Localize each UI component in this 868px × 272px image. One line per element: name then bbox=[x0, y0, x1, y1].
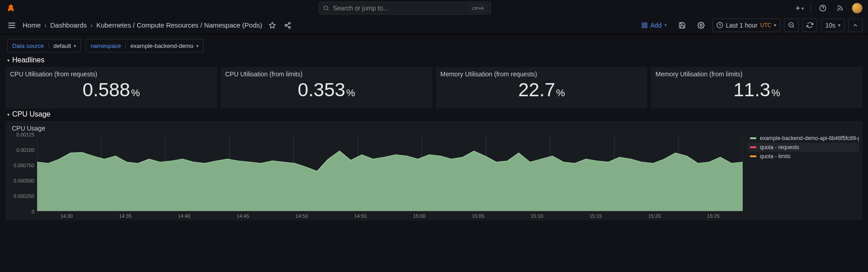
chart-canvas[interactable] bbox=[37, 135, 743, 211]
breadcrumb-home[interactable]: Home bbox=[23, 21, 41, 29]
row-title: CPU Usage bbox=[12, 110, 50, 118]
panel-title: CPU Utilisation (from requests) bbox=[10, 70, 213, 78]
panel-title: CPU Utilisation (from limits) bbox=[225, 70, 428, 78]
stat-value: 11.3% bbox=[655, 80, 858, 99]
panel-title: CPU Usage bbox=[10, 124, 743, 135]
legend-label: example-backend-demo-api-6b48f5fc89-ghnv… bbox=[760, 135, 859, 141]
variable-label: Data source bbox=[8, 42, 48, 49]
headlines-row: CPU Utilisation (from requests) 0.588% C… bbox=[0, 67, 868, 108]
legend-label: quota - requests bbox=[760, 144, 799, 150]
variable-row: Data source default▾ namespace example-b… bbox=[0, 34, 868, 54]
variable-datasource: Data source default▾ bbox=[7, 39, 81, 52]
menu-toggle-button[interactable] bbox=[5, 21, 18, 30]
time-range-picker[interactable]: Last 1 hour UTC ▾ bbox=[712, 19, 781, 32]
favorite-button[interactable] bbox=[267, 20, 278, 31]
svg-rect-17 bbox=[645, 23, 647, 24]
variable-namespace: namespace example-backend-demo▾ bbox=[85, 39, 204, 52]
breadcrumb-bar: Home › Dashboards › Kubernetes / Compute… bbox=[0, 16, 868, 34]
zoom-out-button[interactable] bbox=[784, 19, 799, 32]
chart-legend: example-backend-demo-api-6b48f5fc89-ghnv… bbox=[743, 124, 863, 219]
add-menu-button[interactable]: ▾ bbox=[793, 3, 804, 14]
legend-swatch bbox=[750, 137, 756, 139]
chevron-down-icon: ▾ bbox=[7, 58, 9, 63]
chart-plot-area[interactable]: 00.0002500.0005000.0007500.001000.00125 bbox=[10, 135, 743, 211]
stat-panel[interactable]: CPU Utilisation (from requests) 0.588% bbox=[5, 67, 217, 108]
row-header-headlines[interactable]: ▾ Headlines bbox=[0, 54, 868, 67]
variable-label: namespace bbox=[86, 42, 125, 49]
stat-panel[interactable]: CPU Utilisation (from limits) 0.353% bbox=[221, 67, 432, 108]
svg-line-1 bbox=[327, 9, 329, 11]
variable-value-dropdown[interactable]: example-backend-demo▾ bbox=[125, 42, 203, 49]
svg-line-23 bbox=[793, 26, 794, 28]
top-bar: Search or jump to... ctrl+k ▾ bbox=[0, 0, 868, 16]
search-placeholder: Search or jump to... bbox=[333, 5, 388, 12]
panel-title: Memory Utilisation (from limits) bbox=[655, 70, 858, 78]
svg-point-0 bbox=[324, 6, 327, 9]
legend-label: quota - limits bbox=[760, 153, 791, 159]
dashboard-toolbar: Add ▾ Last 1 hour UTC ▾ 10s ▾ bbox=[637, 19, 863, 32]
legend-item[interactable]: quota - limits bbox=[747, 152, 859, 161]
settings-button[interactable] bbox=[693, 19, 709, 32]
row-title: Headlines bbox=[12, 56, 44, 64]
help-icon[interactable] bbox=[817, 3, 828, 14]
breadcrumb-dashboards[interactable]: Dashboards bbox=[50, 21, 87, 29]
svg-point-13 bbox=[289, 26, 290, 28]
search-icon bbox=[323, 5, 329, 11]
add-panel-button[interactable]: Add ▾ bbox=[637, 19, 671, 32]
refresh-icon bbox=[806, 22, 813, 28]
svg-rect-19 bbox=[645, 26, 647, 28]
news-icon[interactable] bbox=[835, 3, 845, 14]
legend-swatch bbox=[750, 155, 756, 157]
gear-icon bbox=[697, 22, 705, 29]
svg-point-6 bbox=[838, 10, 838, 10]
chart-y-axis: 00.0002500.0005000.0007500.001000.00125 bbox=[10, 135, 37, 211]
svg-line-14 bbox=[286, 26, 289, 27]
user-avatar[interactable] bbox=[852, 3, 863, 14]
legend-item[interactable]: quota - requests bbox=[747, 143, 859, 152]
svg-point-11 bbox=[289, 22, 290, 24]
svg-line-15 bbox=[286, 23, 289, 25]
svg-point-20 bbox=[700, 24, 702, 26]
panel-title: Memory Utilisation (from requests) bbox=[441, 70, 643, 78]
row-header-cpu-usage[interactable]: ▾ CPU Usage bbox=[0, 108, 868, 121]
refresh-button[interactable] bbox=[802, 19, 817, 32]
grafana-logo[interactable] bbox=[5, 3, 16, 14]
chevron-down-icon: ▾ bbox=[7, 112, 9, 117]
share-button[interactable] bbox=[282, 20, 293, 31]
svg-marker-10 bbox=[269, 22, 275, 28]
save-icon bbox=[678, 22, 686, 29]
save-button[interactable] bbox=[674, 19, 690, 32]
panel-icon bbox=[641, 22, 648, 28]
chevron-up-icon bbox=[852, 22, 859, 28]
svg-rect-16 bbox=[642, 23, 644, 24]
stat-panel[interactable]: Memory Utilisation (from requests) 22.7% bbox=[436, 67, 648, 108]
breadcrumb-current[interactable]: Kubernetes / Compute Resources / Namespa… bbox=[96, 21, 262, 29]
refresh-interval-picker[interactable]: 10s ▾ bbox=[821, 19, 844, 32]
search-shortcut: ctrl+k bbox=[469, 5, 487, 12]
zoom-out-icon bbox=[788, 22, 795, 28]
variable-value-dropdown[interactable]: default▾ bbox=[48, 42, 81, 49]
stat-value: 0.353% bbox=[225, 80, 428, 99]
stat-value: 0.588% bbox=[10, 80, 213, 99]
breadcrumb: Home › Dashboards › Kubernetes / Compute… bbox=[23, 21, 262, 29]
stat-panel[interactable]: Memory Utilisation (from limits) 11.3% bbox=[651, 67, 863, 108]
chart-panel-cpu-usage[interactable]: CPU Usage 00.0002500.0005000.0007500.001… bbox=[5, 121, 863, 220]
legend-swatch bbox=[750, 146, 756, 148]
stat-value: 22.7% bbox=[441, 80, 643, 99]
svg-point-12 bbox=[285, 24, 287, 26]
legend-item[interactable]: example-backend-demo-api-6b48f5fc89-ghnv… bbox=[747, 134, 859, 143]
chart-x-axis: 14:3014:3514:4014:4514:5014:5515:0015:05… bbox=[37, 211, 743, 219]
kiosk-collapse-button[interactable] bbox=[848, 19, 863, 32]
svg-rect-18 bbox=[642, 26, 644, 28]
clock-icon bbox=[716, 22, 723, 28]
global-search[interactable]: Search or jump to... ctrl+k bbox=[319, 2, 491, 14]
